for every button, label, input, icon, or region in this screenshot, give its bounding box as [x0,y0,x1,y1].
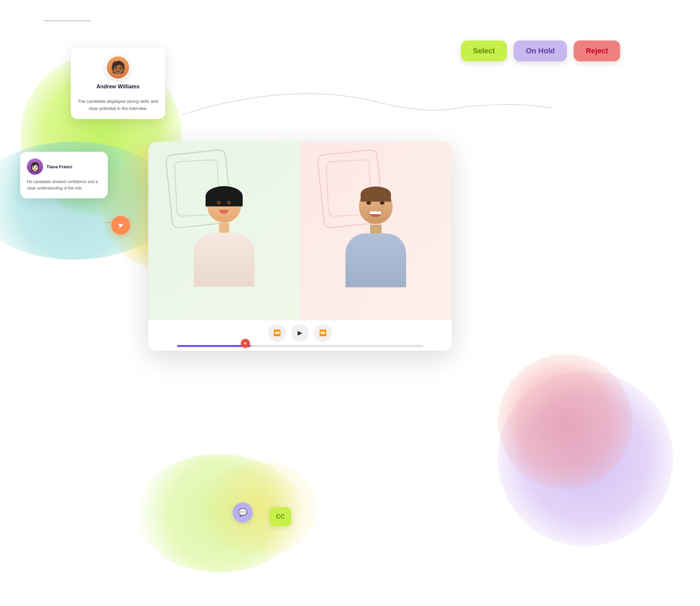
video-content [148,142,452,320]
woman-hair [206,186,243,206]
candidate-name: Andrew Williams [77,84,159,90]
woman-mouth [219,210,228,214]
reviewer-card: 👩🏻 Tiana Franci He candidate showed conf… [20,152,108,198]
candidate-card: 🧑🏾 Andrew Williams The candidate display… [71,47,165,119]
play-icon: ▶ [297,329,302,336]
select-button[interactable]: Select [461,41,507,61]
status-buttons-container: Select On Hold Reject [461,41,620,61]
rewind-icon: ⏪ [273,329,281,336]
man-body [345,233,406,287]
video-player: ⏪ ▶ ⏩ ★ [148,142,452,351]
man-hair [361,186,391,202]
chat-icon: 💬 [238,508,247,517]
progress-bar[interactable] [177,345,423,347]
chat-bubble-button[interactable]: 💬 [233,503,253,523]
candidate-avatar-image: 🧑🏾 [107,56,129,78]
woman-head [207,189,241,223]
man-portrait [345,188,406,287]
cc-button[interactable]: CC [270,507,291,526]
woman-portrait [194,189,255,287]
progress-container[interactable]: ★ [177,345,423,347]
on-hold-button[interactable]: On Hold [514,41,567,61]
woman-neck [219,223,229,233]
fast-forward-icon: ⏩ [319,329,327,336]
man-neck [370,225,382,234]
candidate-avatar: 🧑🏾 [106,55,130,79]
reviewer-header: 👩🏻 Tiana Franci [27,159,101,175]
reviewer-feedback: He candidate showed confidence and a cle… [27,179,101,191]
video-controls: ⏪ ▶ ⏩ ★ [148,320,452,351]
video-right-panel [300,142,452,320]
logo-area [44,20,91,21]
card-divider [77,94,159,94]
progress-marker: ★ [241,339,250,348]
progress-fill [177,345,251,347]
star-icon: ★ [243,341,247,346]
fast-forward-button[interactable]: ⏩ [314,324,332,342]
man-head [359,188,393,224]
reviewer-avatar: 👩🏻 [27,159,43,175]
logo-line [44,20,91,21]
woman-eye-left [217,201,221,205]
rewind-button[interactable]: ⏪ [268,324,286,342]
play-button[interactable]: ▶ [291,324,309,342]
cc-label: CC [276,513,285,520]
candidate-feedback: The candidate displayed strong skills an… [77,98,159,112]
control-buttons: ⏪ ▶ ⏩ [268,324,332,342]
woman-eye-right [227,201,231,205]
reviewer-name: Tiana Franci [47,164,72,169]
send-icon: ➤ [116,220,125,231]
main-container: 🧑🏾 Andrew Williams The candidate display… [54,47,647,553]
man-eye-left [366,201,371,205]
man-teeth [370,211,381,214]
man-eye-right [380,201,385,205]
video-left-panel [148,142,300,320]
reject-button[interactable]: Reject [574,41,620,61]
send-icon-bubble[interactable]: ➤ [111,216,130,235]
woman-body [194,233,255,287]
